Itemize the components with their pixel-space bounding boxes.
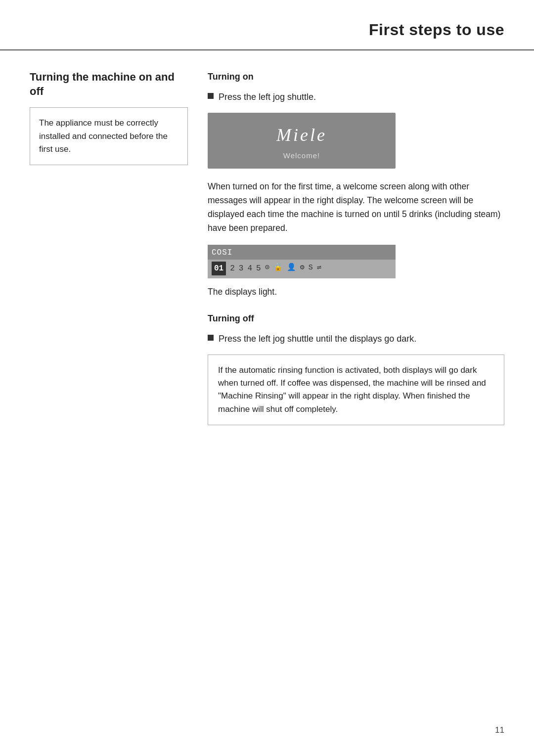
left-column: Turning the machine on and off The appli…: [30, 70, 188, 425]
cosi-display: COSI 01 2 3 4 5 ⊙ 🔒 👤 ⚙ S ⇌: [208, 245, 396, 278]
cosi-num-01: 01: [212, 262, 226, 275]
cosi-label: COSI: [212, 248, 232, 257]
page-header: First steps to use: [0, 0, 534, 50]
turning-off-bullet: Press the left jog shuttle until the dis…: [208, 332, 504, 346]
right-column: Turning on Press the left jog shuttle. M…: [208, 70, 504, 425]
page-number: 11: [495, 724, 504, 737]
turning-on-bullet-text: Press the left jog shuttle.: [219, 90, 316, 104]
turning-on-bullet: Press the left jog shuttle.: [208, 90, 504, 104]
bullet-icon: [208, 93, 214, 99]
main-content: Turning the machine on and off The appli…: [0, 50, 534, 445]
turning-on-body-text: When turned on for the first time, a wel…: [208, 179, 504, 235]
cosi-s-icon: S: [309, 263, 313, 274]
cosi-lock-icon: 🔒: [273, 263, 283, 274]
cosi-numbers-row: 01 2 3 4 5 ⊙ 🔒 👤 ⚙ S ⇌: [208, 260, 396, 278]
miele-welcome-display: Miele Welcome!: [208, 113, 396, 169]
turning-on-subtitle: Turning on: [208, 70, 504, 84]
turning-off-section: Turning off Press the left jog shuttle u…: [208, 312, 504, 425]
displays-light-text: The displays light.: [208, 285, 504, 298]
cosi-clock-icon: ⊙: [265, 263, 269, 274]
turning-off-subtitle: Turning off: [208, 312, 504, 325]
cosi-num-4: 4: [247, 263, 252, 274]
prerequisite-text: The appliance must be correctly installe…: [39, 118, 168, 154]
cosi-num-5: 5: [256, 263, 261, 274]
cosi-label-row: COSI: [208, 245, 396, 260]
page-container: First steps to use Turning the machine o…: [0, 0, 534, 756]
page-title: First steps to use: [369, 21, 504, 39]
miele-brand-text: Miele: [208, 122, 396, 148]
cosi-num-3: 3: [239, 263, 244, 274]
miele-welcome-text: Welcome!: [208, 150, 396, 162]
section-heading: Turning the machine on and off: [30, 70, 188, 98]
bullet-icon-2: [208, 335, 214, 341]
auto-rinsing-info-box: If the automatic rinsing function is act…: [208, 355, 504, 425]
cosi-num-2: 2: [230, 263, 235, 274]
cosi-person-icon: 👤: [287, 263, 296, 274]
cosi-arrows-icon: ⇌: [317, 263, 321, 274]
cosi-filter-icon: ⚙: [300, 263, 305, 274]
prerequisite-info-box: The appliance must be correctly installe…: [30, 107, 188, 165]
auto-rinsing-text: If the automatic rinsing function is act…: [218, 365, 486, 414]
turning-off-bullet-text: Press the left jog shuttle until the dis…: [219, 332, 416, 346]
